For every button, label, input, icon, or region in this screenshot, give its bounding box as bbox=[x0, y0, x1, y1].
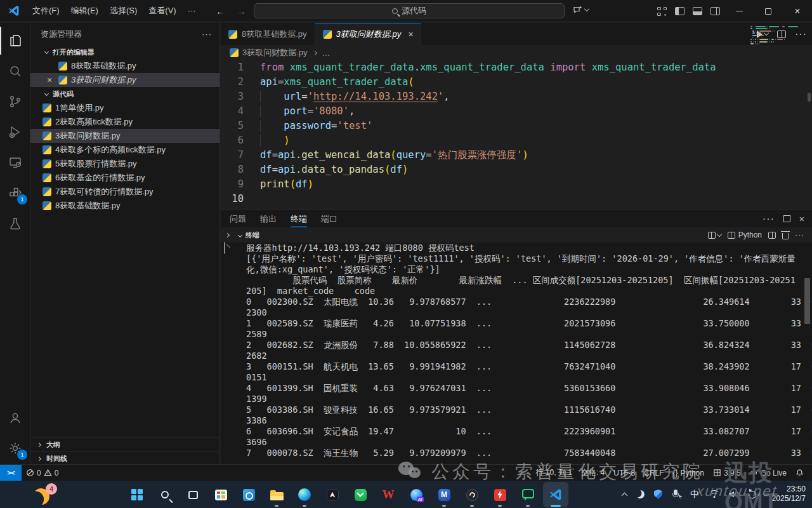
editor-tab[interactable]: 8获取基础数据.py bbox=[221, 23, 315, 45]
file-tree-item[interactable]: 5获取股票行情数据.py bbox=[30, 157, 219, 171]
search-sidebar-icon[interactable] bbox=[0, 57, 30, 85]
green-app-icon[interactable] bbox=[348, 482, 373, 507]
menu-item[interactable]: 查看(V) bbox=[143, 3, 181, 18]
close-file-icon[interactable]: × bbox=[44, 75, 55, 85]
close-tab-icon[interactable]: × bbox=[408, 29, 413, 39]
remote-indicator[interactable]: >< bbox=[0, 465, 22, 481]
open-editor-item[interactable]: ×3获取问财数据.py bbox=[30, 73, 219, 87]
toggle-sidebar-icon[interactable] bbox=[675, 7, 684, 15]
maximize-button[interactable] bbox=[754, 0, 783, 22]
split-terminal-icon[interactable] bbox=[768, 232, 776, 239]
maximize-panel-icon[interactable] bbox=[783, 215, 790, 222]
mini-qmt-icon[interactable]: M bbox=[431, 482, 457, 507]
open-editors-header[interactable]: 打开的编辑器 bbox=[30, 45, 219, 59]
code-editor[interactable]: 1from xms_quant_trader_data.xms_quant_tr… bbox=[221, 60, 812, 233]
extensions-icon[interactable]: 1 bbox=[0, 179, 30, 207]
terminal-scrollbar[interactable] bbox=[804, 278, 810, 324]
menu-item[interactable]: 选择(S) bbox=[104, 3, 143, 18]
volume-icon[interactable] bbox=[729, 490, 739, 498]
remote-explorer-icon[interactable] bbox=[0, 149, 30, 177]
microsoft-store-icon[interactable] bbox=[208, 482, 233, 507]
source-control-icon[interactable] bbox=[0, 88, 30, 116]
thunder-app-icon[interactable] bbox=[487, 482, 513, 507]
minimize-button[interactable] bbox=[724, 0, 754, 22]
new-terminal-button[interactable] bbox=[708, 232, 721, 239]
testing-icon[interactable] bbox=[0, 210, 30, 237]
settings-gear-icon[interactable]: 1 bbox=[0, 434, 30, 462]
encoding[interactable]: UTF-8 bbox=[609, 466, 639, 480]
kill-terminal-icon[interactable] bbox=[782, 233, 789, 239]
outlook-icon[interactable] bbox=[236, 482, 261, 507]
game-app-icon[interactable] bbox=[320, 482, 345, 507]
indentation[interactable]: 空格: 4 bbox=[577, 466, 609, 480]
menu-item[interactable]: 文件(F) bbox=[27, 3, 65, 18]
run-debug-icon[interactable] bbox=[0, 118, 30, 146]
outline-section[interactable]: 大纲 bbox=[30, 438, 219, 451]
problems-status[interactable]: 0 0 bbox=[22, 466, 63, 480]
sidebar-more-icon[interactable]: ··· bbox=[202, 29, 212, 39]
language-mode[interactable]: {} Python bbox=[669, 466, 709, 480]
panel-tab[interactable]: 终端 bbox=[291, 210, 307, 227]
obs-icon[interactable] bbox=[459, 482, 485, 507]
accounts-icon[interactable] bbox=[0, 404, 30, 432]
menu-item[interactable]: ··· bbox=[182, 3, 202, 18]
minimap[interactable] bbox=[750, 26, 798, 48]
wps-icon[interactable]: W bbox=[376, 482, 401, 507]
file-explorer-icon[interactable] bbox=[264, 482, 289, 507]
forward-arrow-icon[interactable]: → bbox=[237, 6, 246, 17]
back-arrow-icon[interactable]: ← bbox=[216, 6, 225, 17]
command-center-search[interactable]: 源代码 bbox=[254, 3, 565, 18]
breadcrumb[interactable]: 3获取问财数据.py … bbox=[221, 45, 812, 60]
customize-layout-icon[interactable] bbox=[657, 7, 667, 16]
widgets-button[interactable]: 4 bbox=[33, 483, 58, 507]
quark-ai-icon[interactable]: AI bbox=[403, 482, 429, 507]
close-button[interactable]: × bbox=[783, 0, 812, 22]
explorer-icon[interactable] bbox=[0, 27, 30, 55]
security-shield-icon[interactable] bbox=[654, 490, 662, 499]
toggle-secondary-sidebar-icon[interactable] bbox=[710, 7, 720, 15]
file-tree-item[interactable]: 4获取多个标的高频tick数据.py bbox=[30, 143, 219, 157]
sync-icon[interactable] bbox=[747, 490, 757, 499]
panel-tab[interactable]: 问题 bbox=[230, 210, 246, 227]
wechat-devtools-icon[interactable] bbox=[515, 482, 540, 507]
file-tree-item[interactable]: 2获取高频tick数据.py bbox=[30, 115, 219, 129]
cursor-position[interactable]: 行 10, 列 1 bbox=[532, 466, 577, 480]
panel-more-icon[interactable]: ··· bbox=[763, 213, 775, 225]
eol-sequence[interactable]: CRLF bbox=[639, 466, 668, 480]
notifications-bell-icon[interactable] bbox=[791, 466, 808, 480]
go-live-button[interactable]: Go Live bbox=[745, 466, 791, 480]
taskbar-search-icon[interactable] bbox=[152, 482, 178, 507]
ime-indicator[interactable]: 中 bbox=[690, 489, 699, 500]
editor-tab[interactable]: 3获取问财数据.py× bbox=[315, 23, 422, 45]
vscode-icon[interactable] bbox=[543, 482, 568, 507]
file-tree-item[interactable]: 8获取基础数据.py bbox=[30, 199, 219, 213]
file-tree-item[interactable]: 3获取问财数据.py bbox=[30, 129, 219, 143]
chevron-down-icon[interactable] bbox=[238, 232, 242, 237]
task-view-icon[interactable] bbox=[180, 482, 206, 507]
panel-tab[interactable]: 输出 bbox=[260, 210, 277, 227]
copilot-button[interactable] bbox=[573, 4, 589, 15]
terminal-output[interactable]: 服务器http://14.103.193.242 端口8080 授权码test[… bbox=[221, 243, 812, 465]
panel-tab[interactable]: 端口 bbox=[321, 210, 337, 227]
terminal-profile[interactable]: Python bbox=[728, 231, 762, 239]
toggle-panel-icon[interactable] bbox=[693, 7, 702, 15]
terminal-more-icon[interactable]: ··· bbox=[795, 231, 804, 239]
night-mode-icon[interactable] bbox=[636, 490, 646, 500]
edge-icon[interactable] bbox=[292, 482, 317, 507]
editor-scrollbar[interactable] bbox=[808, 93, 811, 102]
chevron-right-icon[interactable] bbox=[225, 232, 230, 237]
microphone-location-icon[interactable] bbox=[672, 490, 681, 499]
wifi-icon[interactable] bbox=[709, 490, 719, 498]
close-panel-icon[interactable]: × bbox=[799, 214, 804, 224]
menu-item[interactable]: 编辑(E) bbox=[65, 3, 104, 18]
python-interpreter[interactable]: 3.9.5 bbox=[709, 466, 745, 480]
timeline-section[interactable]: 时间线 bbox=[30, 451, 219, 465]
hidden-icons-chevron[interactable] bbox=[622, 492, 628, 498]
folder-header[interactable]: 源代码 bbox=[30, 87, 219, 101]
file-tree-item[interactable]: 6获取基金的行情数据.py bbox=[30, 171, 219, 185]
start-icon[interactable] bbox=[124, 482, 150, 507]
taskbar-clock[interactable]: 23:50 2025/12/7 bbox=[772, 485, 806, 504]
open-editor-item[interactable]: 8获取基础数据.py bbox=[30, 59, 219, 73]
file-tree-item[interactable]: 1简单使用.py bbox=[30, 101, 219, 115]
file-tree-item[interactable]: 7获取可转债的行情数据.py bbox=[30, 185, 219, 199]
